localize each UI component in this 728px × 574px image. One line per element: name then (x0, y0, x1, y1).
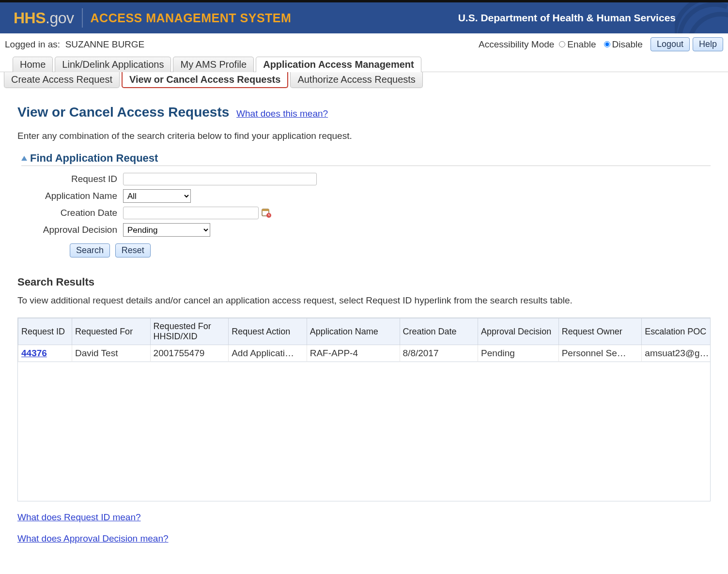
search-form: Request ID Application Name All Creation… (21, 173, 711, 237)
request-id-input[interactable] (123, 173, 317, 185)
logged-in-text: Logged in as: SUZANNE BURGE (5, 39, 144, 50)
banner-decoration (675, 2, 728, 33)
results-instructions: To view additional request details and/o… (17, 295, 711, 306)
table-header-row: Request ID Requested For Requested For H… (18, 318, 711, 345)
accessibility-enable-radio[interactable] (559, 41, 565, 47)
find-panel-header[interactable]: Find Application Request (21, 152, 711, 166)
secondary-tabs: Create Access Request View or Cancel Acc… (0, 72, 728, 88)
enable-label: Enable (567, 39, 596, 50)
logo-main: HHS (14, 9, 46, 27)
cell-owner: Personnel Se… (558, 345, 642, 362)
logout-button[interactable]: Logout (651, 37, 690, 51)
accessibility-enable-option[interactable]: Enable (556, 39, 596, 50)
application-name-select[interactable]: All (123, 189, 191, 203)
disable-label: Disable (612, 39, 643, 50)
cell-hhsid: 2001755479 (150, 345, 229, 362)
col-approval-decision[interactable]: Approval Decision (478, 318, 559, 345)
find-panel-title: Find Application Request (30, 152, 158, 165)
main-content: View or Cancel Access Requests What does… (0, 88, 728, 566)
results-table: Request ID Requested For Requested For H… (18, 318, 711, 362)
primary-tabs: Home Link/Delink Applications My AMS Pro… (0, 56, 728, 72)
help-link-approval-decision[interactable]: What does Approval Decision mean? (17, 533, 711, 544)
svg-rect-1 (262, 209, 269, 211)
table-row: 44376 David Test 2001755479 Add Applicat… (18, 345, 711, 362)
banner: HHS.gov ACCESS MANAGEMENT SYSTEM U.S. De… (0, 2, 728, 33)
accessibility-disable-radio[interactable] (604, 41, 610, 47)
tab-my-ams-profile[interactable]: My AMS Profile (173, 57, 254, 72)
subtab-authorize[interactable]: Authorize Access Requests (290, 72, 422, 88)
form-buttons: Search Reset (70, 243, 711, 257)
request-id-link[interactable]: 44376 (21, 348, 47, 358)
accessibility-label: Accessibility Mode (479, 39, 554, 50)
tab-link-delink[interactable]: Link/Delink Applications (55, 57, 171, 72)
request-id-label: Request ID (21, 174, 123, 184)
col-creation-date[interactable]: Creation Date (400, 318, 478, 345)
username: SUZANNE BURGE (65, 39, 145, 49)
col-hhsid[interactable]: Requested For HHSID/XID (150, 318, 229, 345)
user-bar: Logged in as: SUZANNE BURGE Accessibilit… (0, 33, 728, 55)
logged-prefix: Logged in as: (5, 39, 60, 49)
department-name: U.S. Department of Health & Human Servic… (458, 12, 676, 24)
help-button[interactable]: Help (693, 37, 723, 51)
subtab-view-or-cancel[interactable]: View or Cancel Access Requests (122, 72, 288, 88)
logo-divider (82, 8, 83, 28)
logo-gov: .gov (46, 9, 74, 27)
search-button[interactable]: Search (70, 243, 110, 257)
cell-approval: Pending (478, 345, 559, 362)
col-request-action[interactable]: Request Action (229, 318, 307, 345)
cell-escalation: amsuat23@g… (642, 345, 711, 362)
footer-help-links: What does Request ID mean? What does App… (17, 512, 711, 544)
tab-home[interactable]: Home (13, 57, 53, 72)
col-request-id[interactable]: Request ID (18, 318, 72, 345)
hhs-logo: HHS.gov (14, 9, 74, 27)
approval-decision-label: Approval Decision (21, 225, 123, 235)
creation-date-input[interactable] (123, 207, 259, 219)
subtab-create-access-request[interactable]: Create Access Request (4, 72, 120, 88)
help-link-request-id[interactable]: What does Request ID mean? (17, 512, 711, 523)
col-escalation-poc[interactable]: Escalation POC (642, 318, 711, 345)
cell-creation-date: 8/8/2017 (400, 345, 478, 362)
accessibility-disable-option[interactable]: Disable (601, 39, 643, 50)
approval-decision-select[interactable]: Pending (123, 223, 210, 237)
col-requested-for[interactable]: Requested For (72, 318, 151, 345)
cell-requested-for: David Test (72, 345, 151, 362)
page-help-link[interactable]: What does this mean? (236, 108, 328, 119)
results-table-container: Request ID Requested For Requested For H… (17, 317, 711, 501)
system-title: ACCESS MANAGEMENT SYSTEM (91, 11, 292, 25)
page-instructions: Enter any combination of the search crit… (17, 131, 711, 141)
results-title: Search Results (17, 276, 711, 288)
col-request-owner[interactable]: Request Owner (558, 318, 642, 345)
calendar-icon[interactable] (262, 208, 271, 218)
creation-date-label: Creation Date (21, 208, 123, 218)
collapse-triangle-icon (21, 156, 27, 161)
tab-application-access-management[interactable]: Application Access Management (256, 57, 421, 72)
application-name-label: Application Name (21, 191, 123, 201)
cell-application-name: RAF-APP-4 (307, 345, 400, 362)
page-title: View or Cancel Access Requests (17, 105, 229, 120)
col-application-name[interactable]: Application Name (307, 318, 400, 345)
reset-button[interactable]: Reset (115, 243, 151, 257)
cell-request-action: Add Applicati… (229, 345, 307, 362)
